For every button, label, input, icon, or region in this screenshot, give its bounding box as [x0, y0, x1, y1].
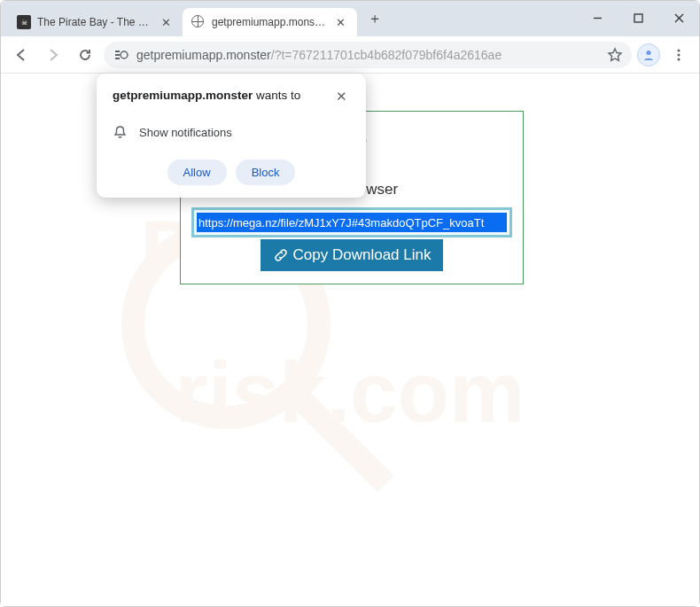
close-icon [674, 13, 684, 23]
minimize-icon [593, 13, 603, 23]
maximize-icon [634, 13, 643, 23]
browser-window: ☠ The Pirate Bay - The galaxy's m… ✕ get… [0, 0, 700, 607]
svg-point-8 [646, 50, 650, 54]
svg-line-13 [297, 395, 385, 484]
allow-button[interactable]: Allow [167, 160, 227, 185]
forward-arrow-icon [45, 47, 61, 63]
tab-title: getpremiumapp.monster/?t=76… [212, 16, 327, 28]
globe-favicon [191, 15, 206, 29]
site-settings-icon[interactable] [113, 46, 130, 64]
url-display: getpremiumapp.monster/?t=767211701cb4b68… [136, 48, 502, 62]
back-button[interactable] [8, 42, 35, 68]
new-tab-button[interactable]: ＋ [362, 6, 387, 31]
tab-pirate-bay[interactable]: ☠ The Pirate Bay - The galaxy's m… ✕ [8, 8, 183, 36]
url-input-wrapper [191, 207, 512, 237]
close-icon[interactable]: ✕ [333, 88, 350, 105]
copy-link-button[interactable]: Copy Download Link [261, 239, 444, 271]
close-icon[interactable]: ✕ [159, 15, 174, 30]
pirate-favicon: ☠ [17, 15, 31, 29]
back-arrow-icon [13, 47, 29, 63]
prompt-title: getpremiumapp.monster wants to [113, 88, 300, 104]
permission-row: Show notifications [113, 125, 350, 140]
address-omnibox[interactable]: getpremiumapp.monster/?t=767211701cb4b68… [104, 42, 632, 68]
kebab-icon [672, 48, 686, 62]
kebab-menu-button[interactable] [665, 42, 692, 68]
svg-point-11 [678, 58, 681, 60]
profile-button[interactable] [637, 43, 660, 66]
download-url-input[interactable] [197, 213, 507, 232]
svg-rect-1 [634, 14, 642, 22]
minimize-button[interactable] [577, 2, 618, 34]
link-icon [273, 247, 289, 263]
profile-icon [642, 48, 656, 62]
svg-text:risk.com: risk.com [175, 345, 525, 440]
copy-link-label: Copy Download Link [293, 246, 432, 264]
reload-button[interactable] [72, 42, 98, 68]
svg-point-7 [121, 51, 128, 58]
address-bar: getpremiumapp.monster/?t=767211701cb4b68… [1, 36, 699, 74]
page-content: risk.com PC dy... 5 RL in browser Copy D… [1, 74, 699, 606]
forward-button[interactable] [40, 42, 66, 68]
bell-icon [113, 125, 128, 140]
reload-icon [77, 47, 93, 63]
svg-point-9 [678, 49, 681, 51]
tab-title: The Pirate Bay - The galaxy's m… [37, 16, 152, 28]
close-icon[interactable]: ✕ [333, 15, 348, 30]
close-window-button[interactable] [658, 2, 699, 34]
window-controls [577, 1, 699, 35]
tab-bar: ☠ The Pirate Bay - The galaxy's m… ✕ get… [1, 1, 699, 36]
notification-permission-prompt: getpremiumapp.monster wants to ✕ Show no… [97, 74, 366, 198]
svg-rect-4 [115, 51, 120, 52]
permission-label: Show notifications [139, 126, 232, 139]
tab-getpremiumapp[interactable]: getpremiumapp.monster/?t=76… ✕ [183, 8, 357, 36]
block-button[interactable]: Block [236, 160, 296, 185]
bookmark-star-icon[interactable] [607, 47, 623, 63]
svg-point-10 [678, 53, 681, 56]
svg-rect-6 [115, 58, 120, 59]
svg-rect-5 [115, 54, 120, 56]
maximize-button[interactable] [618, 2, 658, 34]
